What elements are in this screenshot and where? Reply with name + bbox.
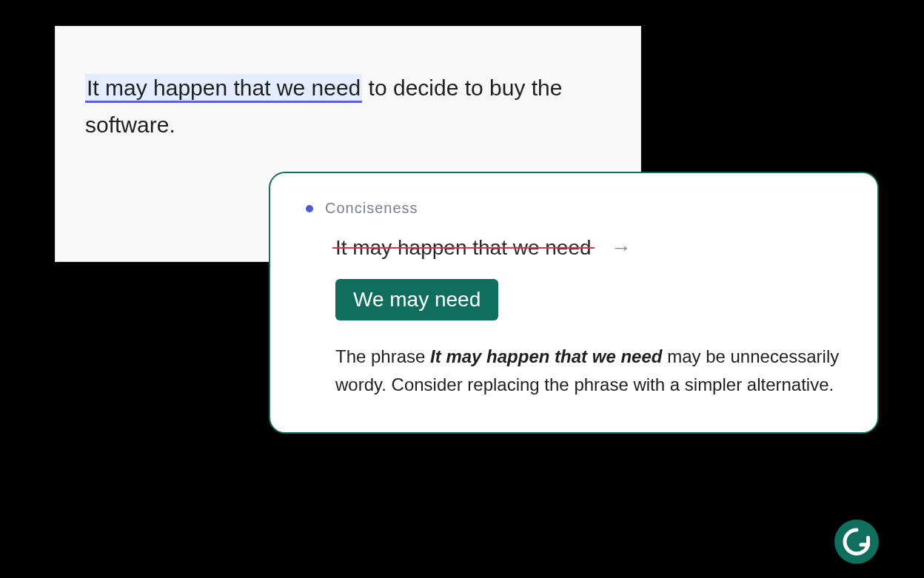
category-label: Conciseness [325, 200, 418, 217]
original-row: It may happen that we need → [335, 236, 842, 260]
card-header: Conciseness [306, 200, 842, 217]
replacement-suggestion-button[interactable]: We may need [335, 279, 498, 320]
original-text: It may happen that we need [335, 236, 592, 260]
explanation-prefix: The phrase [335, 346, 430, 366]
explanation-bold-phrase: It may happen that we need [430, 346, 662, 366]
highlighted-phrase[interactable]: It may happen that we need [85, 74, 362, 103]
arrow-right-icon: → [611, 236, 632, 260]
editor-sentence[interactable]: It may happen that we need to decide to … [85, 70, 599, 143]
grammarly-logo-icon [842, 527, 871, 557]
grammarly-badge[interactable] [834, 520, 879, 564]
stage: It may happen that we need to decide to … [0, 0, 924, 578]
category-dot-icon [306, 205, 313, 212]
suggestion-card[interactable]: Conciseness It may happen that we need →… [269, 172, 879, 434]
explanation-text: The phrase It may happen that we need ma… [335, 343, 842, 400]
